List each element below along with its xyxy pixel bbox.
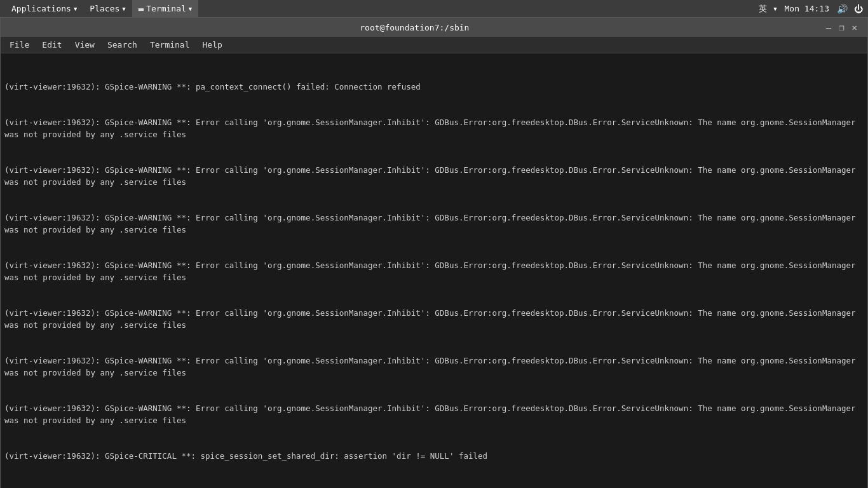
power-icon[interactable]: ⏻ [854, 4, 863, 14]
terminal-title: root@foundation7:/sbin [7, 23, 822, 32]
datetime-label: Mon 14:13 [785, 4, 829, 13]
terminal-output[interactable]: (virt-viewer:19632): GSpice-WARNING **: … [1, 53, 867, 488]
terminal-label: Terminal [146, 4, 186, 13]
menu-terminal[interactable]: Terminal [144, 39, 196, 51]
menu-file[interactable]: File [3, 39, 36, 51]
volume-icon[interactable]: 🔊 [837, 4, 848, 14]
terminal-line: (virt-viewer:19632): GSpice-WARNING **: … [4, 212, 864, 236]
lang-arrow-icon: ▼ [773, 6, 776, 12]
terminal-line: (virt-viewer:19632): GSpice-WARNING **: … [4, 165, 864, 189]
terminal-line: (virt-viewer:19632): GSpice-WARNING **: … [4, 117, 864, 141]
minimize-button[interactable]: – [822, 22, 835, 32]
top-bar-left: Applications ▼ Places ▼ ▬ Terminal ▼ [5, 0, 198, 17]
terminal-menu[interactable]: ▬ Terminal ▼ [132, 0, 198, 17]
top-bar: Applications ▼ Places ▼ ▬ Terminal ▼ 英 ▼… [0, 0, 868, 17]
window-controls: – ❐ ✕ [822, 22, 861, 32]
terminal-arrow-icon: ▼ [189, 6, 192, 12]
places-arrow-icon: ▼ [122, 6, 125, 12]
close-button[interactable]: ✕ [848, 22, 861, 32]
top-bar-right: 英 ▼ Mon 14:13 🔊 ⏻ [756, 3, 863, 15]
maximize-button[interactable]: ❐ [835, 22, 848, 32]
terminal-line: (virt-viewer:19632): GSpice-CRITICAL **:… [4, 451, 864, 463]
applications-label: Applications [11, 4, 71, 13]
terminal-line: (virt-viewer:19632): GSpice-WARNING **: … [4, 403, 864, 427]
menu-help[interactable]: Help [196, 39, 229, 51]
terminal-line: (virt-viewer:19632): GSpice-WARNING **: … [4, 81, 864, 93]
places-menu[interactable]: Places ▼ [83, 0, 132, 17]
menu-edit[interactable]: Edit [36, 39, 68, 51]
terminal-window: root@foundation7:/sbin – ❐ ✕ File Edit V… [0, 17, 868, 488]
terminal-menubar: File Edit View Search Terminal Help [1, 37, 867, 53]
lang-label[interactable]: 英 [756, 3, 770, 15]
terminal-line: (virt-viewer:19632): GSpice-WARNING **: … [4, 308, 864, 332]
menu-search[interactable]: Search [101, 39, 144, 51]
places-label: Places [90, 4, 119, 13]
terminal-titlebar: root@foundation7:/sbin – ❐ ✕ [1, 18, 867, 37]
applications-menu[interactable]: Applications ▼ [5, 0, 83, 17]
terminal-line: (virt-viewer:19632): GSpice-WARNING **: … [4, 260, 864, 284]
terminal-icon-small: ▬ [139, 4, 144, 14]
terminal-line: (virt-viewer:19632): GSpice-WARNING **: … [4, 355, 864, 379]
applications-arrow-icon: ▼ [74, 6, 77, 12]
menu-view[interactable]: View [69, 39, 101, 51]
terminal-text: (virt-viewer:19632): GSpice-WARNING **: … [4, 81, 864, 489]
